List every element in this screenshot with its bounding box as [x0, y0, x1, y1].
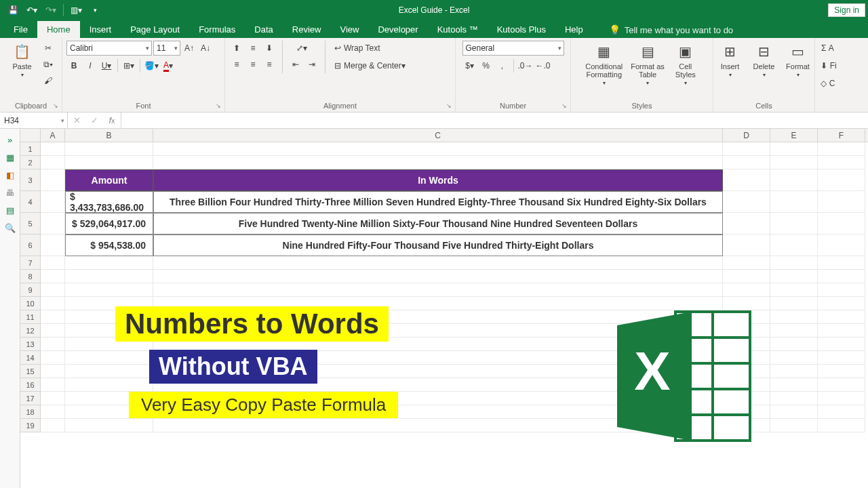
row-header[interactable]: 4 [20, 191, 41, 213]
italic-button[interactable]: I [83, 58, 98, 73]
increase-indent-button[interactable]: ⇥ [304, 57, 319, 72]
tab-kutools-plus[interactable]: Kutools Plus [488, 21, 555, 38]
increase-font-button[interactable]: A↑ [182, 41, 197, 56]
orientation-button[interactable]: ⤢▾ [288, 41, 315, 56]
insert-cells-button[interactable]: ⊞Insert▾ [715, 41, 746, 79]
pane-expand-icon[interactable]: » [4, 134, 16, 145]
col-header-a[interactable]: A [41, 129, 65, 142]
tab-review[interactable]: Review [283, 21, 331, 38]
cell-words[interactable]: Nine Hundred Fifty-Four Thousand Five Hu… [153, 235, 723, 256]
number-format-combo[interactable]: General [462, 41, 564, 56]
cell-amount[interactable]: $ 954,538.00 [65, 235, 153, 256]
row-header[interactable]: 9 [20, 283, 41, 297]
spreadsheet-grid[interactable]: A B C D E F 1 2 3 Amount In Words 4 $ 3,… [20, 129, 868, 488]
format-cells-button[interactable]: ▭Format▾ [783, 41, 814, 79]
dialog-launcher-icon[interactable]: ↘ [560, 102, 568, 110]
align-left-button[interactable]: ≡ [229, 57, 244, 72]
row-header[interactable]: 18 [20, 405, 41, 419]
tab-developer[interactable]: Developer [368, 21, 427, 38]
cancel-formula-button[interactable]: ✕ [68, 113, 85, 128]
wrap-text-button[interactable]: ↩ Wrap Text [331, 41, 419, 56]
format-as-table-button[interactable]: ▤Format as Table▾ [628, 41, 667, 87]
row-header[interactable]: 1 [20, 142, 41, 156]
dialog-launcher-icon[interactable]: ↘ [214, 102, 222, 110]
delete-cells-button[interactable]: ⊟Delete▾ [749, 41, 780, 79]
clear-button[interactable]: ◇ C [820, 76, 835, 91]
align-right-button[interactable]: ≡ [262, 57, 277, 72]
row-header[interactable]: 8 [20, 270, 41, 283]
row-header[interactable]: 6 [20, 235, 41, 256]
tell-me-search[interactable]: 💡Tell me what you want to do [604, 22, 738, 38]
row-header[interactable]: 13 [20, 338, 41, 351]
tab-home[interactable]: Home [37, 21, 80, 38]
align-top-button[interactable]: ⬆ [229, 41, 244, 56]
pane-workbook-icon[interactable]: ▦ [4, 152, 16, 163]
font-size-combo[interactable]: 11 [153, 41, 180, 56]
tab-data[interactable]: Data [245, 21, 282, 38]
row-header[interactable]: 16 [20, 378, 41, 392]
qat-customize-icon[interactable]: ▾ [86, 2, 104, 18]
merge-center-button[interactable]: ⊟ Merge & Center ▾ [331, 58, 419, 73]
font-name-combo[interactable]: Calibri [66, 41, 152, 56]
decrease-decimal-button[interactable]: ←.0 [535, 58, 551, 73]
comma-button[interactable]: , [495, 58, 510, 73]
cell-styles-button[interactable]: ▣Cell Styles▾ [670, 41, 701, 87]
tab-file[interactable]: File [4, 21, 37, 38]
underline-button[interactable]: U▾ [99, 58, 114, 73]
col-header-b[interactable]: B [65, 129, 153, 142]
cut-button[interactable]: ✂ [41, 41, 56, 56]
tab-insert[interactable]: Insert [80, 21, 121, 38]
conditional-formatting-button[interactable]: ▦Conditional Formatting▾ [583, 41, 625, 87]
name-box[interactable]: H34 [0, 113, 68, 128]
cell-words[interactable]: Five Hundred Twenty-Nine Million Sixty-F… [153, 213, 723, 235]
col-header-d[interactable]: D [723, 129, 770, 142]
row-header[interactable]: 17 [20, 392, 41, 405]
row-header[interactable]: 14 [20, 351, 41, 365]
enter-formula-button[interactable]: ✓ [85, 113, 103, 128]
row-header[interactable]: 7 [20, 256, 41, 270]
row-header[interactable]: 19 [20, 419, 41, 432]
fx-button[interactable]: fx [103, 113, 121, 128]
tab-help[interactable]: Help [555, 21, 593, 38]
percent-button[interactable]: % [479, 58, 494, 73]
undo-button[interactable]: ↶▾ [23, 2, 41, 18]
row-header[interactable]: 2 [20, 156, 41, 169]
row-header[interactable]: 11 [20, 310, 41, 324]
sign-in-button[interactable]: Sign in [828, 3, 865, 17]
pane-name-icon[interactable]: 🖶 [4, 187, 16, 198]
redo-button[interactable]: ↷▾ [42, 2, 60, 18]
cell-amount[interactable]: $ 3,433,783,686.00 [65, 191, 153, 213]
cell-words[interactable]: Three Billion Four Hundred Thirty-Three … [153, 191, 723, 213]
col-header-e[interactable]: E [770, 129, 818, 142]
pane-autotext-icon[interactable]: ◧ [4, 169, 16, 180]
dialog-launcher-icon[interactable]: ↘ [445, 102, 453, 110]
copy-button[interactable]: ⧉▾ [41, 57, 56, 72]
select-all-corner[interactable] [20, 129, 41, 142]
fill-button[interactable]: ⬇ Fi [820, 58, 837, 73]
row-header[interactable]: 15 [20, 365, 41, 378]
formula-bar[interactable] [121, 113, 868, 128]
bold-button[interactable]: B [66, 58, 81, 73]
decrease-font-button[interactable]: A↓ [198, 41, 213, 56]
save-button[interactable]: 💾 [4, 2, 22, 18]
tab-kutools[interactable]: Kutools ™ [428, 21, 488, 38]
tab-page-layout[interactable]: Page Layout [121, 21, 189, 38]
row-header[interactable]: 5 [20, 213, 41, 235]
qat-more-icon[interactable]: ▥▾ [67, 2, 85, 18]
dialog-launcher-icon[interactable]: ↘ [52, 102, 60, 110]
col-header-f[interactable]: F [818, 129, 865, 142]
increase-decimal-button[interactable]: .0→ [517, 58, 534, 73]
col-header-c[interactable]: C [153, 129, 723, 142]
row-header[interactable]: 3 [20, 169, 41, 191]
autosum-button[interactable]: Σ A [820, 41, 835, 56]
pane-find-icon[interactable]: 🔍 [4, 222, 16, 233]
align-middle-button[interactable]: ≡ [245, 41, 260, 56]
accounting-format-button[interactable]: $▾ [462, 58, 477, 73]
row-header[interactable]: 12 [20, 324, 41, 338]
row-header[interactable]: 10 [20, 297, 41, 310]
fill-color-button[interactable]: 🪣▾ [144, 58, 159, 73]
paste-button[interactable]: 📋 Paste ▾ [7, 41, 38, 79]
cell-amount[interactable]: $ 529,064,917.00 [65, 213, 153, 235]
format-painter-button[interactable]: 🖌 [41, 73, 56, 88]
align-bottom-button[interactable]: ⬇ [262, 41, 277, 56]
